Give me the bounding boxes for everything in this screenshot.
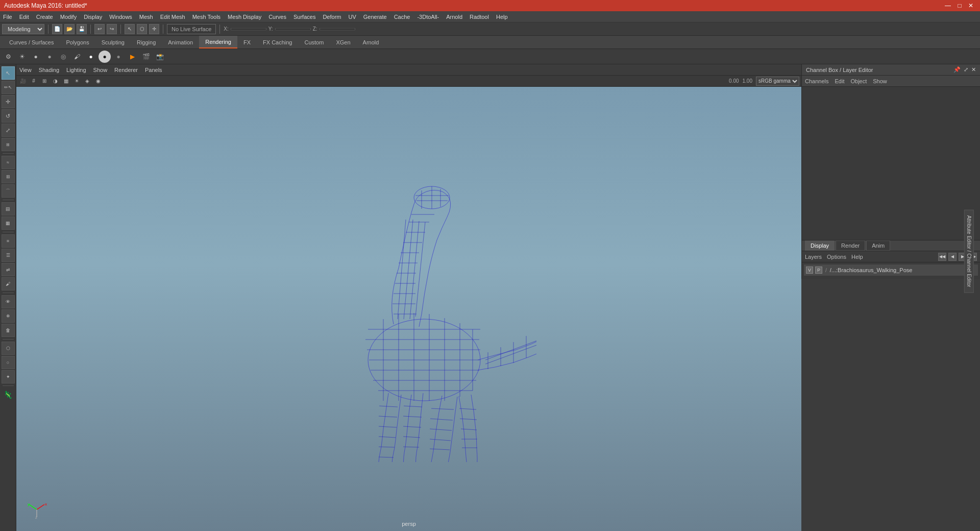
sphere-black-icon[interactable]: ● — [99, 51, 111, 63]
y-coord[interactable] — [275, 28, 311, 30]
paint-weights-tool[interactable]: 🖌 — [2, 277, 15, 291]
maximize-button[interactable]: □ — [955, 2, 964, 9]
vt-grid-icon[interactable]: # — [29, 77, 38, 86]
tab-rigging[interactable]: Rigging — [131, 36, 162, 49]
minimize-button[interactable]: — — [942, 2, 953, 9]
move-tool[interactable]: ✛ — [2, 95, 15, 108]
move-tool-button[interactable]: ✛ — [149, 24, 159, 34]
anim-tab[interactable]: Anim — [866, 240, 890, 251]
menu-edit[interactable]: Edit — [19, 14, 29, 20]
menu-radtool[interactable]: Radtool — [470, 14, 489, 20]
options-tab[interactable]: Options — [827, 254, 846, 260]
sphere-white-icon[interactable]: ● — [85, 51, 97, 63]
menu-display[interactable]: Display — [84, 14, 102, 20]
menu-generate[interactable]: Generate — [363, 14, 387, 20]
create-poly-tool[interactable]: ⬡ — [2, 342, 15, 355]
panel-close-button[interactable]: ✕ — [971, 66, 976, 73]
tab-sculpting[interactable]: Sculpting — [95, 36, 131, 49]
paint-select-tool[interactable]: ✏↖ — [2, 81, 15, 94]
panel-pin-button[interactable]: 📌 — [953, 66, 961, 73]
save-scene-button[interactable]: 💾 — [77, 24, 87, 34]
snap-curve-tool[interactable]: ⌒ — [2, 184, 15, 198]
tab-fx[interactable]: FX — [237, 36, 257, 49]
z-coord[interactable] — [320, 28, 355, 30]
select-tool[interactable]: ↖ — [2, 66, 15, 80]
show-hide-tool[interactable]: 👁 — [2, 295, 15, 308]
tab-animation[interactable]: Animation — [162, 36, 199, 49]
vt-wire-icon[interactable]: ⊞ — [40, 77, 49, 86]
panel-expand-button[interactable]: ⤢ — [964, 66, 968, 73]
show-channel-tool[interactable]: ☰ — [2, 249, 15, 262]
tab-custom[interactable]: Custom — [299, 36, 330, 49]
menu-create[interactable]: Create — [36, 14, 53, 20]
viewport-menu-shading[interactable]: Shading — [39, 67, 59, 73]
sphere-grey-icon[interactable]: ● — [112, 51, 125, 63]
new-scene-button[interactable]: 📄 — [52, 24, 62, 34]
menu-mesh-tools[interactable]: Mesh Tools — [192, 14, 220, 20]
layer-visibility-check[interactable]: V — [806, 267, 813, 274]
freeze-tool[interactable]: ❄ — [2, 309, 15, 323]
channels-tab[interactable]: Channels — [805, 78, 828, 84]
scale-tool[interactable]: ⤢ — [2, 124, 15, 137]
edit-tab[interactable]: Edit — [835, 78, 844, 84]
tab-xgen[interactable]: XGen — [330, 36, 356, 49]
vt-cam-icon[interactable]: 🎥 — [18, 77, 28, 86]
input-output-tool[interactable]: ⇌ — [2, 263, 15, 276]
layers-help-tab[interactable]: Help — [851, 254, 863, 260]
menu-surfaces[interactable]: Surfaces — [293, 14, 315, 20]
gamma-select[interactable]: sRGB gamma Linear — [756, 77, 799, 86]
paint-icon[interactable]: 🖌 — [71, 51, 83, 63]
close-button[interactable]: ✕ — [966, 2, 976, 9]
mode-selector[interactable]: Modeling Rigging Animation — [2, 24, 44, 34]
prev-layer-button[interactable]: ◀◀ — [938, 253, 946, 261]
tab-arnold[interactable]: Arnold — [357, 36, 385, 49]
redo-button[interactable]: ↪ — [107, 24, 117, 34]
vt-ao-icon[interactable]: ◉ — [93, 77, 103, 86]
delete-history-tool[interactable]: 🗑 — [2, 324, 15, 337]
lasso-select-button[interactable]: ⬡ — [137, 24, 147, 34]
menu-cache[interactable]: Cache — [394, 14, 410, 20]
tab-fx-caching[interactable]: FX Caching — [257, 36, 298, 49]
tab-curves-surfaces[interactable]: Curves / Surfaces — [3, 36, 60, 49]
universal-manip-tool[interactable]: ⊞ — [2, 138, 15, 151]
render-icon[interactable]: ▶ — [126, 51, 138, 63]
display-tab[interactable]: Display — [805, 240, 835, 251]
open-scene-button[interactable]: 📂 — [64, 24, 75, 34]
snapshot-icon[interactable]: 📸 — [154, 51, 166, 63]
viewport-menu-show[interactable]: Show — [93, 67, 108, 73]
select-tool-button[interactable]: ↖ — [125, 24, 135, 34]
object-tab[interactable]: Object — [850, 78, 867, 84]
menu-modify[interactable]: Modify — [60, 14, 77, 20]
layers-tab[interactable]: Layers — [805, 254, 822, 260]
undo-button[interactable]: ↩ — [94, 24, 105, 34]
viewport-menu-panels[interactable]: Panels — [145, 67, 162, 73]
rotate-tool[interactable]: ↺ — [2, 109, 15, 123]
layer-row[interactable]: V P / /...:Brachiosaurus_Walking_Pose — [804, 264, 978, 276]
vt-texture-icon[interactable]: ▦ — [61, 77, 70, 86]
menu-windows[interactable]: Windows — [109, 14, 132, 20]
create-nurbs-tool[interactable]: ○ — [2, 356, 15, 369]
menu-mesh-display[interactable]: Mesh Display — [228, 14, 261, 20]
menu-help[interactable]: Help — [496, 14, 508, 20]
viewport-menu-renderer[interactable]: Renderer — [114, 67, 138, 73]
menu-3dto-all[interactable]: -3DtoAll- — [417, 14, 439, 20]
render-tab[interactable]: Render — [836, 240, 865, 251]
show-attr-tool[interactable]: ≡ — [2, 234, 15, 248]
display-layer-tool[interactable]: ▤ — [2, 202, 15, 215]
sphere-flat-icon[interactable]: ● — [43, 51, 56, 63]
prev-layer-step[interactable]: ◀ — [948, 253, 957, 261]
soft-select-tool[interactable]: ≈ — [2, 156, 15, 169]
x-coord[interactable] — [231, 28, 266, 30]
ipr-icon[interactable]: 🎬 — [140, 51, 152, 63]
create-joint-tool[interactable]: ✦ — [2, 370, 15, 383]
menu-uv[interactable]: UV — [348, 14, 356, 20]
menu-file[interactable]: File — [3, 14, 12, 20]
tab-rendering[interactable]: Rendering — [199, 36, 237, 49]
lighting-icon[interactable]: ☀ — [16, 51, 28, 63]
sphere-wire-icon[interactable]: ◎ — [57, 51, 69, 63]
menu-edit-mesh[interactable]: Edit Mesh — [160, 14, 185, 20]
vt-shadow-icon[interactable]: ◈ — [83, 77, 92, 86]
show-tab[interactable]: Show — [873, 78, 887, 84]
viewport-menu-view[interactable]: View — [19, 67, 32, 73]
menu-deform[interactable]: Deform — [323, 14, 341, 20]
